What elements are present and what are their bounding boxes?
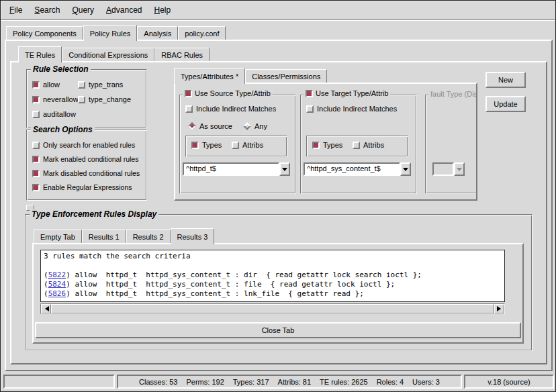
checkbox-indicator: [32, 156, 40, 163]
checkbox-include-indirect-target[interactable]: Include Indirect Matches: [306, 105, 397, 113]
stat-te-rules: TE rules: 2625: [320, 378, 368, 386]
paren: (: [44, 271, 48, 279]
update-button[interactable]: Update: [485, 96, 526, 112]
tab-results-2[interactable]: Results 2: [126, 230, 171, 243]
tab-conditional-expressions[interactable]: Conditional Expressions: [62, 48, 154, 61]
radio-any[interactable]: Any: [243, 122, 267, 130]
menu-item-file[interactable]: File: [5, 3, 27, 17]
checkbox-indicator: [312, 142, 320, 149]
checkbox-label: Mark enabled conditional rules: [43, 155, 138, 163]
checkbox-mark-enabled-conditional[interactable]: Mark enabled conditional rules: [32, 155, 138, 163]
checkbox-target-types[interactable]: Types: [312, 141, 342, 149]
checkbox-only-enabled-rules[interactable]: Only search for enabled rules: [32, 141, 135, 149]
menu-item-search[interactable]: Search: [30, 3, 64, 17]
horizontal-scrollbar[interactable]: [40, 303, 505, 314]
checkbox-label: allow: [43, 81, 60, 89]
tab-policy-rules[interactable]: Policy Rules: [83, 25, 138, 41]
tab-results-3[interactable]: Results 3: [171, 228, 215, 244]
results-text-area[interactable]: 3 rules match the search criteria (5822)…: [40, 250, 505, 302]
checkbox-source-attribs[interactable]: Attribs: [232, 141, 263, 149]
checkbox-indicator: [78, 81, 85, 89]
results-tab-bar: Empty Tab Results 1 Results 2 Results 3: [34, 228, 214, 244]
stat-roles: Roles: 4: [377, 378, 404, 386]
target-combo-dropdown-button[interactable]: [400, 162, 411, 176]
checkbox-indicator: [78, 96, 85, 103]
checkbox-type-trans[interactable]: type_trans: [78, 81, 123, 89]
rule-number-link[interactable]: 5824: [48, 280, 66, 289]
checkbox-indicator: [353, 142, 360, 149]
rule-text: allow httpd_t httpd_sys_content_t : lnk_…: [75, 289, 363, 298]
menu-item-query[interactable]: Query: [67, 3, 99, 17]
checkbox-label: Types: [202, 141, 222, 149]
rule-number-link[interactable]: 5822: [48, 271, 66, 279]
tab-policy-conf[interactable]: policy.conf: [178, 26, 226, 40]
status-cell-left: [3, 375, 115, 389]
stat-perms: Perms: 192: [187, 378, 224, 386]
checkbox-neverallow[interactable]: neverallow: [32, 95, 79, 103]
tab-analysis[interactable]: Analysis: [137, 26, 178, 40]
tab-policy-components[interactable]: Policy Components: [6, 26, 83, 40]
paren: ): [66, 280, 75, 289]
stat-attribs: Attribs: 81: [278, 378, 312, 386]
checkbox-indicator: [185, 105, 193, 113]
source-combo-dropdown-button[interactable]: [279, 162, 290, 176]
checkbox-label: Mark disabled conditional rules: [43, 169, 140, 177]
rule-text: allow httpd_t httpd_sys_content_t : dir …: [75, 271, 422, 279]
chevron-down-icon: [282, 168, 287, 174]
checkbox-mark-disabled-conditional[interactable]: Mark disabled conditional rules: [32, 169, 140, 177]
tab-rbac-rules[interactable]: RBAC Rules: [154, 48, 210, 61]
checkbox-label: type_trans: [89, 81, 123, 89]
source-type-input[interactable]: ^httpd_t$: [183, 162, 279, 176]
checkbox-auditallow[interactable]: auditallow: [32, 110, 76, 118]
status-cell-stats: Classes: 53 Perms: 192 Types: 317 Attrib…: [117, 375, 462, 389]
checkbox-include-indirect-source[interactable]: Include Indirect Matches: [185, 105, 276, 113]
new-button[interactable]: New: [485, 72, 526, 88]
arrow-right-icon: [497, 306, 504, 311]
tab-classes-permissions[interactable]: Classes/Permissions: [245, 69, 327, 83]
checkbox-allow[interactable]: allow: [32, 81, 60, 89]
rule-number-link[interactable]: 5826: [48, 289, 66, 298]
scrollbar-thumb[interactable]: [51, 304, 494, 313]
chevron-down-icon: [403, 168, 408, 174]
tab-empty[interactable]: Empty Tab: [34, 230, 82, 243]
checkbox-enable-regex[interactable]: Enable Regular Expressions: [32, 183, 132, 191]
checkbox-indicator: [306, 105, 314, 113]
checkbox-indicator: [32, 142, 40, 149]
tab-te-rules[interactable]: TE Rules: [18, 46, 62, 62]
checkbox-target-attribs[interactable]: Attribs: [353, 141, 384, 149]
arrow-left-icon: [42, 306, 49, 311]
scroll-left-button[interactable]: [41, 304, 51, 313]
checkbox-label: Enable Regular Expressions: [43, 183, 132, 191]
menu-item-help[interactable]: Help: [149, 3, 175, 17]
menu-bar: File Search Query Advanced Help: [1, 1, 555, 20]
target-type-combobox[interactable]: ^httpd_sys_content_t$: [304, 162, 411, 176]
checkbox-use-source-type[interactable]: Use Source Type/Attrib: [183, 89, 273, 97]
checkbox-indicator: [32, 81, 40, 89]
paren: (: [44, 289, 48, 298]
checkbox-indicator: [191, 142, 199, 149]
tab-results-1[interactable]: Results 1: [82, 230, 126, 243]
results-summary: 3 rules match the search criteria: [44, 252, 502, 261]
radio-label: As source: [199, 122, 232, 130]
scroll-right-button[interactable]: [494, 304, 504, 313]
checkbox-use-target-type[interactable]: Use Target Type/Attrib: [304, 89, 390, 97]
close-tab-button[interactable]: Close Tab: [35, 322, 521, 338]
rule-text: allow httpd_t httpd_sys_content_t : file…: [75, 280, 395, 289]
checkbox-label: neverallow: [43, 95, 79, 103]
radio-as-source[interactable]: As source: [188, 122, 232, 130]
checkbox-source-types[interactable]: Types: [191, 141, 222, 149]
tab-types-attributes[interactable]: Types/Attributes *: [174, 68, 245, 84]
checkbox-label: Attribs: [363, 141, 384, 149]
main-tab-bar: Policy Components Policy Rules Analysis …: [6, 25, 226, 41]
paren: (: [44, 280, 48, 289]
stat-classes: Classes: 53: [139, 378, 177, 386]
checkbox-label: Types: [323, 141, 342, 149]
results-panel: 3 rules match the search criteria (5822)…: [32, 243, 524, 344]
rule-tab-bar: TE Rules Conditional Expressions RBAC Ru…: [18, 46, 210, 62]
source-type-combobox[interactable]: ^httpd_t$: [183, 162, 290, 176]
checkbox-type-change[interactable]: type_change: [78, 95, 131, 103]
version-label: v.18 (source): [488, 378, 530, 386]
te-rule-line: (5826) allow httpd_t httpd_sys_content_t…: [44, 289, 502, 299]
menu-item-advanced[interactable]: Advanced: [101, 3, 146, 17]
target-type-input[interactable]: ^httpd_sys_content_t$: [304, 162, 400, 176]
